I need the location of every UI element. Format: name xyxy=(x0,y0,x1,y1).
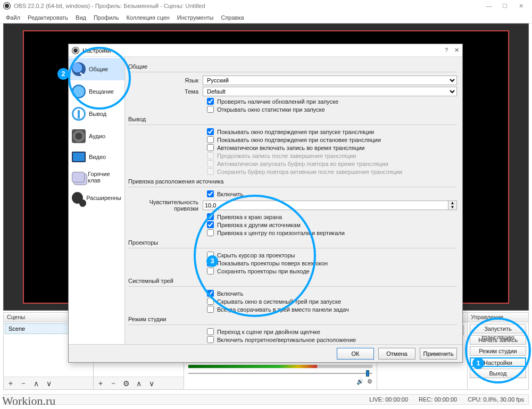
remove-source-icon[interactable]: － xyxy=(109,379,118,388)
keyboard-icon xyxy=(72,172,85,182)
section-snap: Привязка расположения источника xyxy=(128,178,457,185)
obs-logo-icon xyxy=(3,2,11,10)
menu-help[interactable]: Справка xyxy=(217,14,247,21)
source-up-icon[interactable]: ∧ xyxy=(134,379,144,388)
section-tray: Системный трей xyxy=(128,278,457,284)
nav-output[interactable]: Вывод xyxy=(69,103,124,125)
chk-proj-ontop[interactable] xyxy=(207,260,214,266)
nav-advanced[interactable]: Расширенны xyxy=(69,188,124,208)
nav-stream[interactable]: Вещание xyxy=(69,80,124,103)
lang-label: Язык xyxy=(128,77,203,84)
chk-tray-minimize[interactable] xyxy=(207,306,214,313)
monitor-icon xyxy=(72,152,86,162)
studio-mode-button[interactable]: Режим студии xyxy=(470,346,526,356)
section-output: Вывод xyxy=(128,116,457,122)
menu-view[interactable]: Вид xyxy=(72,14,90,21)
snap-sens-spinbox[interactable]: ▲▼ xyxy=(203,201,457,210)
snap-sens-label: Чувствительность привязки xyxy=(128,199,203,212)
help-button[interactable]: ? xyxy=(445,47,448,54)
settings-button[interactable]: Настройки xyxy=(470,357,526,367)
settings-titlebar: Настройки ? ✕ xyxy=(69,44,462,57)
settings-footer: ОК Отмена Применить xyxy=(69,344,462,362)
nav-general[interactable]: Общие xyxy=(69,58,124,80)
menu-tools[interactable]: Инструменты xyxy=(173,14,218,21)
chk-studio-portrait[interactable] xyxy=(207,336,214,343)
menu-profile[interactable]: Профиль xyxy=(90,14,123,21)
chk-tray-hide[interactable] xyxy=(207,298,214,305)
settings-nav: Общие Вещание Вывод Аудио Видео Горячие … xyxy=(69,57,125,344)
window-title: OBS 22.0.2 (64-bit, windows) - Профиль: … xyxy=(14,3,205,9)
settings-title: Настройки xyxy=(82,47,111,54)
source-props-icon[interactable]: ⚙ xyxy=(121,379,131,388)
scene-up-icon[interactable]: ∧ xyxy=(31,379,41,388)
dock-controls: Управление Запустить трансляцию Начать з… xyxy=(468,312,529,390)
chk-start-confirm[interactable] xyxy=(207,128,214,135)
chk-proj-save[interactable] xyxy=(207,268,214,274)
speaker-nav-icon xyxy=(72,129,86,143)
magnifier-icon xyxy=(72,62,86,76)
scene-down-icon[interactable]: ∨ xyxy=(44,379,54,388)
chk-tray-enable[interactable] xyxy=(207,290,214,297)
obs-logo-icon xyxy=(72,47,79,54)
chk-keep-replay xyxy=(207,168,214,175)
nav-audio[interactable]: Аудио xyxy=(69,125,124,147)
status-live: LIVE: 00:00:00 xyxy=(369,396,408,403)
ok-button[interactable]: ОК xyxy=(337,348,374,360)
minimize-button[interactable]: — xyxy=(481,1,497,11)
chk-auto-replay xyxy=(207,160,214,167)
gears-icon xyxy=(72,192,83,204)
menu-edit[interactable]: Редактировать xyxy=(24,14,72,21)
speaker-icon[interactable]: 🔊 xyxy=(356,378,364,385)
cancel-button[interactable]: Отмена xyxy=(378,348,415,360)
chk-snap-enable[interactable] xyxy=(207,190,214,197)
chk-snap-sources[interactable] xyxy=(207,221,214,228)
chk-stats[interactable] xyxy=(207,106,214,113)
globe-icon xyxy=(72,85,86,98)
watermark: Workion.ru xyxy=(2,394,55,408)
nav-hotkeys[interactable]: Горячие клав xyxy=(69,166,124,188)
chk-studio-dblclick[interactable] xyxy=(207,328,214,335)
track-settings-icon[interactable]: ⚙ xyxy=(367,378,372,385)
chk-snap-center[interactable] xyxy=(207,229,214,236)
theme-select[interactable]: Default xyxy=(203,87,457,96)
antenna-icon xyxy=(72,107,86,121)
snap-sens-input[interactable] xyxy=(203,201,448,210)
close-button[interactable]: ✕ xyxy=(513,1,529,11)
statusbar: LIVE: 00:00:00 REC: 00:00:00 CPU: 0.8%, … xyxy=(3,394,529,405)
status-cpu: CPU: 0.8%, 30.00 fps xyxy=(468,396,524,403)
mixer-volume-slider[interactable] xyxy=(188,370,372,377)
menu-file[interactable]: Файл xyxy=(2,14,24,21)
close-dialog-button[interactable]: ✕ xyxy=(454,47,459,54)
mixer-meter xyxy=(188,365,372,368)
theme-label: Тема xyxy=(128,88,203,95)
status-rec: REC: 00:00:00 xyxy=(419,396,457,403)
lang-select[interactable]: Русский xyxy=(203,76,457,85)
chk-proj-hidecursor[interactable] xyxy=(207,252,214,258)
menubar: Файл Редактировать Вид Профиль Коллекция… xyxy=(0,12,532,23)
chk-update[interactable] xyxy=(207,98,214,105)
chk-snap-edge[interactable] xyxy=(207,213,214,220)
dock-controls-header: Управление xyxy=(468,313,528,322)
add-source-icon[interactable]: ＋ xyxy=(96,379,105,388)
main-titlebar: OBS 22.0.2 (64-bit, windows) - Профиль: … xyxy=(0,0,532,12)
settings-content[interactable]: Общие Язык Русский Тема Default Проверят… xyxy=(125,57,462,344)
chk-keep-record xyxy=(207,152,214,159)
start-stream-button[interactable]: Запустить трансляцию xyxy=(470,324,526,333)
settings-dialog: Настройки ? ✕ Общие Вещание Вывод Аудио … xyxy=(68,44,463,363)
menu-scene-collection[interactable]: Коллекция сцен xyxy=(122,14,173,21)
source-down-icon[interactable]: ∨ xyxy=(147,379,156,388)
section-studio: Режим студии xyxy=(128,316,457,322)
nav-video[interactable]: Видео xyxy=(69,147,124,166)
maximize-button[interactable]: ☐ xyxy=(497,1,513,11)
spin-down-icon[interactable]: ▼ xyxy=(448,205,456,210)
chk-auto-record[interactable] xyxy=(207,144,214,151)
section-projectors: Проекторы xyxy=(128,239,457,246)
chk-stop-confirm[interactable] xyxy=(207,136,214,143)
remove-scene-icon[interactable]: － xyxy=(19,379,28,388)
add-scene-icon[interactable]: ＋ xyxy=(6,379,15,388)
section-general: Общие xyxy=(128,63,457,70)
apply-button[interactable]: Применить xyxy=(420,348,457,360)
start-record-button[interactable]: Начать запись xyxy=(470,335,526,345)
exit-button[interactable]: Выход xyxy=(470,369,526,378)
